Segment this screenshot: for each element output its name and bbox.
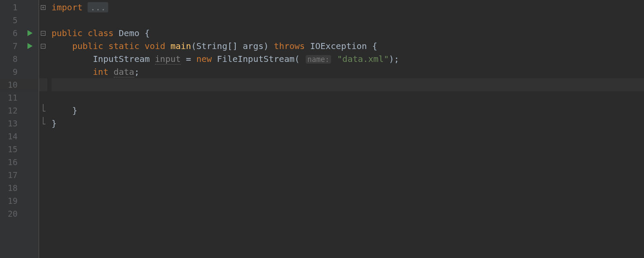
params: String[] args bbox=[196, 41, 264, 51]
equals: = bbox=[181, 54, 196, 64]
code-line[interactable] bbox=[52, 143, 644, 156]
method-name: main bbox=[170, 41, 191, 51]
code-line[interactable]: int data; bbox=[52, 65, 644, 78]
code-editor[interactable]: 1 5 6 7 8 9 10 11 12 13 14 15 16 17 18 1… bbox=[0, 0, 644, 258]
type: InputStream bbox=[93, 54, 149, 64]
constructor: FileInputStream bbox=[217, 54, 295, 64]
code-line[interactable] bbox=[52, 194, 644, 207]
paren: ) bbox=[264, 41, 269, 51]
line-number: 19 bbox=[0, 194, 24, 207]
variable-unused: data bbox=[114, 67, 134, 77]
paren: ( bbox=[191, 41, 196, 51]
line-number: 5 bbox=[0, 14, 24, 27]
line-number: 8 bbox=[0, 52, 24, 65]
code-line[interactable]: public static void main(String[] args) t… bbox=[52, 40, 644, 52]
exception-type: IOException bbox=[310, 41, 367, 51]
fold-expand-icon[interactable] bbox=[41, 5, 46, 10]
parameter-hint: name: bbox=[306, 55, 331, 64]
line-number: 14 bbox=[0, 130, 24, 143]
line-number-gutter: 1 5 6 7 8 9 10 11 12 13 14 15 16 17 18 1… bbox=[0, 0, 24, 258]
keyword-import: import bbox=[52, 2, 82, 12]
code-line-current[interactable] bbox=[52, 78, 644, 91]
keyword-class: class bbox=[88, 28, 113, 38]
brace: } bbox=[52, 118, 57, 129]
line-number: 11 bbox=[0, 91, 24, 104]
code-line[interactable] bbox=[52, 181, 644, 194]
run-gutter bbox=[24, 0, 39, 258]
fold-collapse-icon[interactable] bbox=[41, 31, 46, 36]
line-number: 16 bbox=[0, 156, 24, 169]
line-number: 9 bbox=[0, 65, 24, 78]
paren: ); bbox=[389, 54, 399, 64]
line-number: 1 bbox=[0, 1, 24, 14]
code-line[interactable]: InputStream input = new FileInputStream(… bbox=[52, 52, 644, 65]
fold-end-icon bbox=[41, 121, 46, 126]
keyword-public: public bbox=[72, 41, 103, 51]
variable-unused: input bbox=[155, 54, 181, 64]
keyword-int: int bbox=[93, 67, 108, 77]
line-number: 15 bbox=[0, 143, 24, 156]
string-literal: "data.xml" bbox=[337, 54, 389, 64]
semicolon: ; bbox=[134, 67, 140, 77]
paren: ( bbox=[295, 54, 300, 64]
line-number: 12 bbox=[0, 104, 24, 117]
line-number: 7 bbox=[0, 40, 24, 52]
line-number: 17 bbox=[0, 169, 24, 181]
code-line[interactable]: import ... bbox=[52, 1, 644, 14]
fold-end-icon bbox=[41, 108, 46, 113]
code-line[interactable] bbox=[52, 169, 644, 181]
folded-region[interactable]: ... bbox=[88, 2, 108, 12]
line-number: 10 bbox=[0, 78, 24, 91]
keyword-throws: throws bbox=[274, 41, 305, 51]
line-number: 13 bbox=[0, 117, 24, 130]
keyword-public: public bbox=[52, 28, 82, 38]
keyword-void: void bbox=[145, 41, 165, 51]
keyword-static: static bbox=[108, 41, 139, 51]
line-number: 6 bbox=[0, 27, 24, 40]
fold-collapse-icon[interactable] bbox=[41, 44, 46, 49]
code-line[interactable] bbox=[52, 14, 644, 27]
fold-gutter bbox=[39, 0, 47, 258]
code-line[interactable]: public class Demo { bbox=[52, 27, 644, 40]
brace: { bbox=[140, 28, 150, 38]
run-class-icon[interactable] bbox=[27, 30, 33, 36]
run-main-icon[interactable] bbox=[27, 43, 33, 49]
code-line[interactable] bbox=[52, 130, 644, 143]
brace: { bbox=[367, 41, 377, 51]
code-line[interactable] bbox=[52, 156, 644, 169]
line-number: 18 bbox=[0, 181, 24, 194]
code-line[interactable]: } bbox=[52, 117, 644, 130]
line-number: 20 bbox=[0, 207, 24, 220]
code-line[interactable] bbox=[52, 207, 644, 220]
code-area[interactable]: import ... public class Demo { public st… bbox=[47, 0, 644, 258]
brace: } bbox=[72, 105, 77, 116]
keyword-new: new bbox=[196, 54, 212, 64]
class-name: Demo bbox=[119, 28, 140, 38]
code-line[interactable] bbox=[52, 91, 644, 104]
code-line[interactable]: } bbox=[52, 104, 644, 117]
